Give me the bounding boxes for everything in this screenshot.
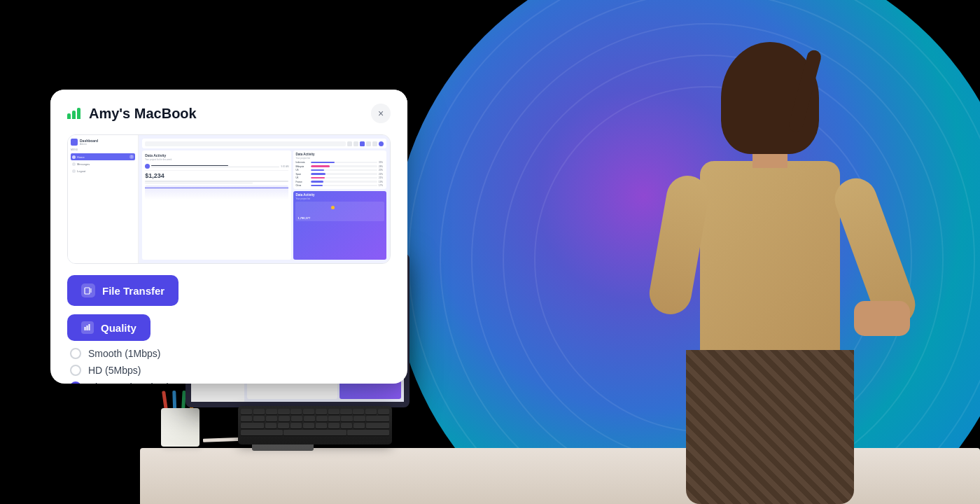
app-logo-icon — [67, 108, 80, 119]
quality-option-smooth[interactable]: Smooth (1Mbps) — [70, 348, 391, 359]
close-button[interactable]: × — [371, 104, 391, 123]
quality-option-ultra-hd[interactable]: Ultra HD (10Mbps) — [70, 382, 391, 384]
popup-title: Amy's MacBook — [89, 106, 363, 122]
svg-rect-0 — [85, 288, 90, 294]
quality-options: Smooth (1Mbps) HD (5Mbps) Ultra HD (10Mb… — [67, 348, 391, 384]
quality-button[interactable]: Quality — [67, 314, 150, 341]
quality-section: Quality Smooth (1Mbps) HD (5Mbps) Ultra … — [67, 314, 391, 384]
popup-window: Amy's MacBook × Dashboard Admin Menu Hom… — [50, 90, 407, 384]
file-transfer-icon — [81, 284, 95, 298]
quality-icon — [81, 321, 94, 334]
person-figure — [602, 28, 938, 504]
keyboard[interactable] — [238, 406, 392, 444]
svg-rect-5 — [87, 326, 88, 330]
popup-titlebar: Amy's MacBook × — [50, 90, 407, 134]
dashboard-preview: Dashboard Admin Menu Home 1 Messages Log… — [67, 134, 391, 264]
popup-content: File Transfer Quality — [50, 275, 407, 384]
quality-option-hd[interactable]: HD (5Mbps) — [70, 365, 391, 376]
svg-rect-6 — [89, 324, 90, 330]
radio-smooth[interactable] — [70, 348, 81, 359]
radio-hd[interactable] — [70, 365, 81, 376]
file-transfer-button[interactable]: File Transfer — [67, 275, 178, 306]
radio-ultra-hd[interactable] — [70, 382, 81, 384]
svg-rect-4 — [85, 327, 86, 330]
